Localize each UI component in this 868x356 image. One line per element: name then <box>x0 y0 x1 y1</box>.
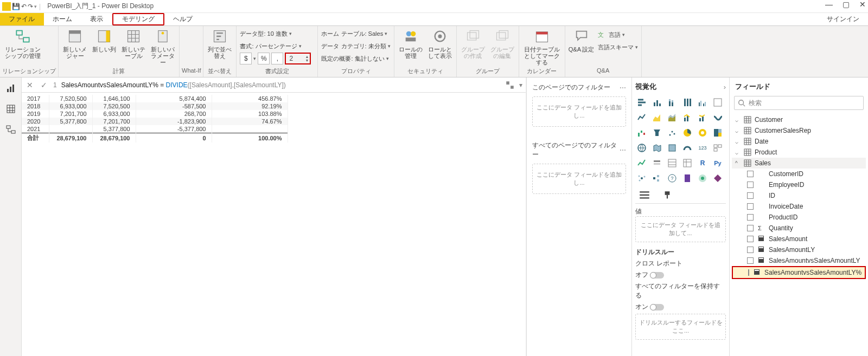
tab-help[interactable]: ヘルプ <box>164 13 202 25</box>
viz-filled-map[interactable] <box>650 141 663 154</box>
format-tab-icon[interactable] <box>661 190 673 200</box>
viz-bar-stack[interactable] <box>666 96 679 109</box>
page-filter-well[interactable]: ここにデータ フィールドを追加し... <box>532 96 626 127</box>
keep-filters-toggle[interactable] <box>650 304 664 310</box>
viz-key-influencer[interactable] <box>635 172 648 185</box>
table-node[interactable]: ⌵Date <box>732 136 866 147</box>
viz-scatter[interactable] <box>666 126 679 139</box>
viz-line[interactable] <box>635 111 648 124</box>
viz-line-col2[interactable] <box>696 111 709 124</box>
field-node[interactable]: ΣQuantity <box>732 223 866 234</box>
sort-by-column-button[interactable]: 列で並べ替え <box>207 28 233 59</box>
close-button[interactable]: ✕ <box>859 0 866 9</box>
field-node[interactable]: EmployeeID <box>732 179 866 190</box>
viz-bar-clust[interactable] <box>696 96 709 109</box>
viz-slicer[interactable] <box>650 157 663 170</box>
field-node[interactable]: ID <box>732 190 866 201</box>
field-node[interactable]: InvoiceDate <box>732 201 866 212</box>
decimal-places-input[interactable]: 2 ▲▼ <box>285 53 311 64</box>
viz-decomp[interactable] <box>650 172 663 185</box>
viz-line-col[interactable] <box>681 111 694 124</box>
viz-column[interactable] <box>711 96 724 109</box>
viz-treemap[interactable] <box>711 126 724 139</box>
currency-button[interactable]: $ <box>240 53 252 64</box>
viz-donut[interactable] <box>696 126 709 139</box>
tab-home[interactable]: ホーム <box>44 13 81 25</box>
viz-card[interactable]: 123 <box>696 141 709 154</box>
viz-matrix[interactable] <box>681 157 694 170</box>
formula-bar[interactable]: ✕ ✓ 1 SalesAmountvsSalesAmountLY% = DIVI… <box>22 77 526 93</box>
viz-kpi[interactable] <box>635 157 648 170</box>
viz-area-stack[interactable] <box>666 111 679 124</box>
data-category-dropdown[interactable]: データ カテゴリ: 未分類 <box>321 41 390 51</box>
viz-powerapps[interactable] <box>711 172 724 185</box>
table-row[interactable]: 20177,520,5001,646,1005,874,400456.87% <box>22 95 288 102</box>
viz-pie[interactable] <box>681 126 694 139</box>
fields-search-input[interactable]: 検索 <box>734 96 864 110</box>
viz-ribbon[interactable] <box>711 111 724 124</box>
formula-text[interactable]: SalesAmountvsSalesAmountLY% = DIVIDE([Sa… <box>61 81 501 89</box>
field-node[interactable]: SalesAmountvsSalesAmountLY <box>732 255 866 266</box>
field-node[interactable]: ProductID <box>732 212 866 223</box>
report-view-icon[interactable] <box>5 83 16 94</box>
viz-gauge[interactable] <box>681 141 694 154</box>
viz-map[interactable] <box>635 141 648 154</box>
values-well[interactable]: ここにデータ フィールドを追加して... <box>635 216 726 242</box>
viz-bar-100[interactable] <box>681 96 694 109</box>
viz-bar-v[interactable] <box>650 96 663 109</box>
linguistic-schema-dropdown[interactable]: 言語スキーマ <box>598 42 638 53</box>
field-node[interactable]: SalesAmountLY <box>732 244 866 255</box>
drillthrough-well[interactable]: ドリルスルーするフィールドをここ... <box>635 314 726 340</box>
maximize-button[interactable]: ▢ <box>843 0 850 9</box>
tab-file[interactable]: ファイル <box>0 13 44 25</box>
qat-redo-icon[interactable]: ↷ <box>28 3 33 10</box>
tab-view[interactable]: 表示 <box>81 13 112 25</box>
new-table-button[interactable]: 新しいテーブル <box>120 28 146 59</box>
more-icon[interactable]: ⋯ <box>620 84 626 92</box>
format-dropdown[interactable]: 書式: パーセンテージ <box>240 41 311 51</box>
tab-modeling[interactable]: モデリング <box>112 13 164 25</box>
language-dropdown[interactable]: 文 言語 <box>598 29 638 40</box>
viz-waterfall[interactable] <box>635 126 648 139</box>
manage-roles-button[interactable]: ロールの管理 <box>398 28 424 59</box>
viz-qna[interactable]: ? <box>666 172 679 185</box>
new-measure-button[interactable]: 新しいメジャー <box>62 28 88 59</box>
datatype-dropdown[interactable]: データ型: 10 進数 <box>240 28 311 39</box>
minimize-button[interactable]: — <box>825 0 833 9</box>
signin-link[interactable]: サインイン <box>818 13 868 25</box>
view-as-role-button[interactable]: ロールとして表示 <box>427 28 453 59</box>
comma-button[interactable]: , <box>271 53 283 64</box>
table-row[interactable]: 20197,201,7006,933,000268,700103.88% <box>22 110 288 118</box>
table-row[interactable]: 20186,933,0007,520,500-587,50092.19% <box>22 102 288 110</box>
collapse-viz-icon[interactable]: › <box>724 83 726 91</box>
table-node[interactable]: ⌵CustomerSalesRep <box>732 125 866 136</box>
table-node[interactable]: ⌵Product <box>732 147 866 158</box>
formula-expand-icon[interactable] <box>505 80 515 90</box>
viz-table[interactable] <box>666 157 679 170</box>
qat-undo-icon[interactable]: ↶ <box>21 3 27 10</box>
viz-arcgis[interactable] <box>696 172 709 185</box>
table-node-sales[interactable]: ^Sales <box>732 158 866 169</box>
viz-bar-h[interactable] <box>635 96 648 109</box>
cross-report-toggle[interactable] <box>650 272 664 279</box>
cancel-formula-icon[interactable]: ✕ <box>25 81 35 89</box>
field-node[interactable]: SalesAmount <box>732 234 866 244</box>
new-column-button[interactable]: 新しい列 <box>91 28 117 53</box>
mark-date-table-button[interactable]: 日付テーブルとしてマークする <box>522 28 561 66</box>
home-table-dropdown[interactable]: ホーム テーブル: Sales <box>321 28 390 39</box>
field-node[interactable]: CustomerID <box>732 169 866 179</box>
model-view-icon[interactable] <box>5 124 16 135</box>
fields-tab-icon[interactable] <box>639 190 650 200</box>
viz-r-visual[interactable]: R <box>696 157 709 170</box>
qat-save-icon[interactable]: 💾 <box>12 3 20 10</box>
commit-formula-icon[interactable]: ✓ <box>39 81 49 89</box>
percent-button[interactable]: % <box>258 53 270 64</box>
viz-shape-map[interactable] <box>666 141 679 154</box>
viz-multi-card[interactable] <box>711 141 724 154</box>
viz-paginated[interactable] <box>681 172 694 185</box>
field-node[interactable]: SalesAmountvsSalesAmountLY% <box>732 266 866 279</box>
all-pages-filter-well[interactable]: ここにデータ フィールドを追加し... <box>532 164 626 194</box>
viz-area[interactable] <box>650 111 663 124</box>
qa-settings-button[interactable]: Q&A 設定 <box>569 28 595 53</box>
table-row[interactable]: 20205,377,8007,201,700-1,823,90074.67% <box>22 118 288 125</box>
